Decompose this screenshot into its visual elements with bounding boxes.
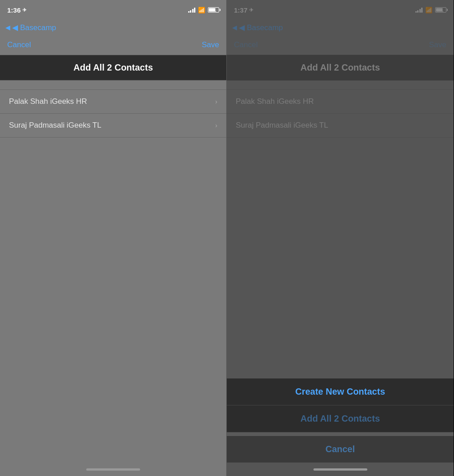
home-indicator-left	[0, 463, 226, 476]
back-chevron-left: ◀	[5, 24, 10, 31]
create-new-contacts-button[interactable]: Create New Contacts	[227, 378, 454, 405]
home-indicator-right	[227, 463, 454, 476]
battery-icon-left: 31	[208, 7, 219, 13]
wifi-icon-left: 📶	[198, 7, 205, 13]
create-new-contacts-label: Create New Contacts	[295, 387, 385, 396]
back-nav-left[interactable]: ◀ ◀ Basecamp	[0, 20, 226, 35]
contact-name-2-left: Suraj Padmasali iGeeks TL	[9, 121, 101, 130]
add-all-header-text-left: Add All 2 Contacts	[9, 62, 217, 73]
right-phone-screen: 1:37 ✈ 📶 31 ◀ ◀ Basecamp Cancel Save	[227, 0, 454, 476]
table-row[interactable]: Palak Shah iGeeks HR ›	[0, 89, 226, 114]
add-all-contacts-button[interactable]: Add All 2 Contacts	[227, 405, 454, 432]
chevron-right-icon-1-left: ›	[215, 98, 217, 105]
home-bar-left	[86, 468, 140, 471]
action-sheet-separator	[227, 432, 454, 436]
location-icon-left: ✈	[22, 7, 26, 13]
table-row[interactable]: Suraj Padmasali iGeeks TL ›	[0, 114, 226, 138]
status-time-left: 1:36 ✈	[7, 6, 26, 14]
status-bar-left: 1:36 ✈ 📶 31	[0, 0, 226, 20]
status-icons-left: 📶 31	[188, 7, 220, 13]
action-sheet-overlay: Create New Contacts Add All 2 Contacts C…	[227, 0, 454, 476]
action-sheet-cancel-label: Cancel	[326, 444, 355, 454]
add-all-contacts-label: Add All 2 Contacts	[300, 414, 380, 423]
home-bar-right	[313, 468, 367, 471]
action-sheet: Create New Contacts Add All 2 Contacts C…	[227, 378, 454, 476]
chevron-right-icon-2-left: ›	[215, 122, 217, 129]
contact-list-left: Palak Shah iGeeks HR › Suraj Padmasali i…	[0, 80, 226, 463]
contact-name-1-left: Palak Shah iGeeks HR	[9, 97, 87, 106]
signal-icon-left	[188, 7, 196, 13]
back-link-left[interactable]: ◀ ◀ Basecamp	[5, 23, 56, 32]
add-all-header-left[interactable]: Add All 2 Contacts	[0, 55, 226, 80]
toolbar-left: Cancel Save	[0, 35, 226, 55]
action-sheet-cancel-button[interactable]: Cancel	[227, 436, 454, 463]
left-phone-screen: 1:36 ✈ 📶 31 ◀ ◀ Basecamp Cancel Save	[0, 0, 227, 476]
save-button-left[interactable]: Save	[202, 40, 219, 49]
cancel-button-left[interactable]: Cancel	[7, 40, 31, 49]
